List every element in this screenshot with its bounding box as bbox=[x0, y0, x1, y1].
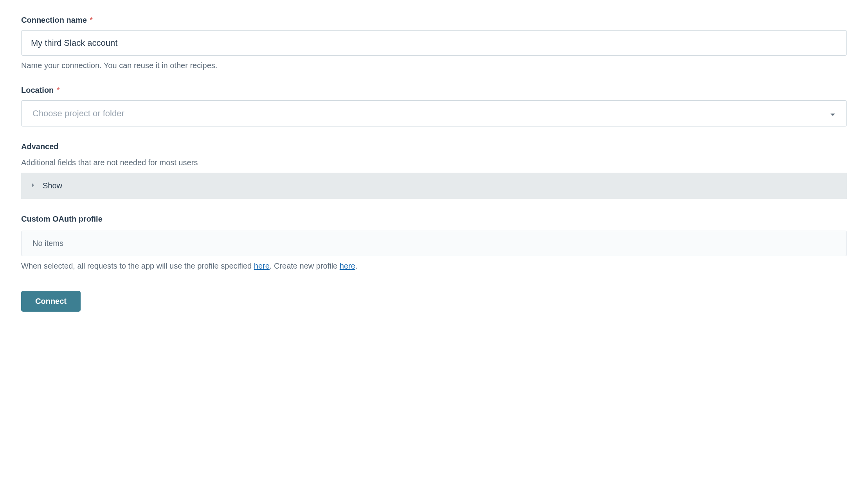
oauth-select[interactable]: No items bbox=[21, 231, 847, 256]
connection-name-help: Name your connection. You can reuse it i… bbox=[21, 61, 847, 70]
connection-name-label-text: Connection name bbox=[21, 16, 87, 24]
oauth-help: When selected, all requests to the app w… bbox=[21, 262, 847, 271]
advanced-desc: Additional fields that are not needed fo… bbox=[21, 158, 847, 167]
oauth-profile-link[interactable]: here bbox=[254, 262, 270, 270]
advanced-section: Advanced Additional fields that are not … bbox=[21, 142, 847, 199]
required-star-icon: * bbox=[57, 86, 60, 94]
oauth-value: No items bbox=[32, 239, 63, 248]
oauth-help-prefix: When selected, all requests to the app w… bbox=[21, 262, 254, 270]
connect-button[interactable]: Connect bbox=[21, 291, 81, 312]
advanced-label: Advanced bbox=[21, 142, 847, 151]
location-select[interactable]: Choose project or folder bbox=[21, 100, 847, 126]
location-placeholder: Choose project or folder bbox=[32, 108, 124, 119]
chevron-down-icon bbox=[830, 108, 836, 119]
location-label: Location * bbox=[21, 86, 847, 95]
chevron-right-icon bbox=[31, 182, 35, 189]
location-select-wrapper: Choose project or folder bbox=[21, 100, 847, 126]
location-label-text: Location bbox=[21, 86, 54, 94]
connection-name-group: Connection name * Name your connection. … bbox=[21, 16, 847, 70]
advanced-show-toggle[interactable]: Show bbox=[21, 173, 847, 199]
oauth-group: Custom OAuth profile No items When selec… bbox=[21, 215, 847, 271]
required-star-icon: * bbox=[90, 16, 93, 24]
connection-name-label: Connection name * bbox=[21, 16, 847, 25]
oauth-help-suffix: . bbox=[355, 262, 358, 270]
oauth-create-profile-link[interactable]: here bbox=[340, 262, 355, 270]
location-group: Location * Choose project or folder bbox=[21, 86, 847, 126]
advanced-toggle-text: Show bbox=[43, 181, 62, 190]
oauth-label: Custom OAuth profile bbox=[21, 215, 847, 224]
oauth-help-mid: . Create new profile bbox=[270, 262, 340, 270]
connection-name-input[interactable] bbox=[21, 30, 847, 56]
